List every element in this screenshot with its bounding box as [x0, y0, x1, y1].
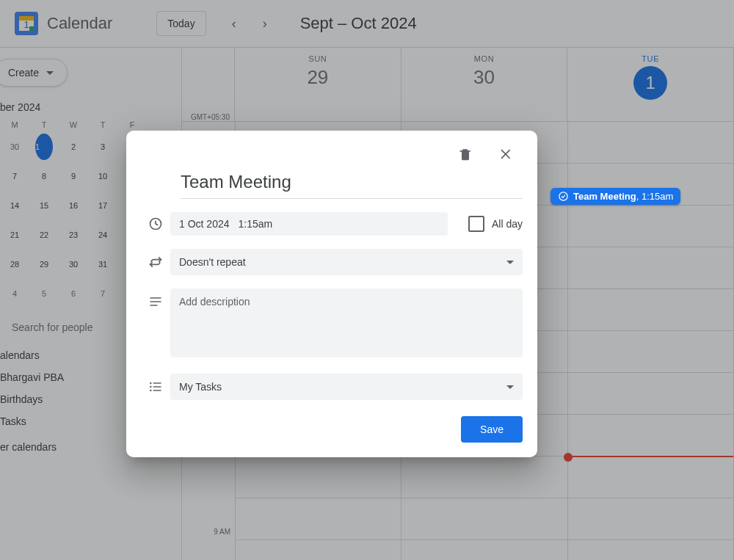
list-icon — [141, 379, 170, 394]
save-button[interactable]: Save — [461, 416, 523, 443]
tasklist-select[interactable]: My Tasks — [170, 374, 523, 400]
task-check-icon — [558, 191, 569, 202]
all-day-label: All day — [492, 218, 523, 230]
task-title-input[interactable] — [181, 167, 523, 199]
checkbox-icon — [468, 216, 484, 232]
svg-point-7 — [150, 382, 152, 385]
svg-point-5 — [559, 192, 567, 200]
task-chip[interactable]: Team Meeting, 1:15am — [550, 188, 680, 205]
task-chip-time: 1:15am — [642, 191, 673, 202]
svg-point-9 — [150, 390, 152, 392]
task-date: 1 Oct 2024 — [179, 218, 230, 230]
task-editor-dialog: 1 Oct 2024 1:15am All day Doesn't repeat — [126, 131, 537, 457]
recurrence-value: Doesn't repeat — [179, 256, 246, 268]
clock-icon — [141, 217, 170, 231]
tasklist-value: My Tasks — [179, 381, 222, 393]
trash-icon — [458, 147, 473, 161]
all-day-checkbox[interactable]: All day — [468, 216, 523, 232]
description-icon — [141, 288, 170, 309]
description-input[interactable] — [170, 288, 523, 357]
date-time-field[interactable]: 1 Oct 2024 1:15am — [170, 212, 448, 236]
repeat-icon — [141, 255, 170, 269]
recurrence-select[interactable]: Doesn't repeat — [170, 249, 523, 275]
task-time: 1:15am — [239, 218, 273, 230]
dropdown-icon — [506, 261, 514, 264]
close-icon — [499, 147, 514, 161]
dropdown-icon — [506, 385, 514, 389]
task-chip-title: Team Meeting — [573, 191, 636, 202]
close-button[interactable] — [493, 141, 520, 167]
svg-point-8 — [150, 386, 152, 388]
delete-button[interactable] — [452, 141, 479, 167]
